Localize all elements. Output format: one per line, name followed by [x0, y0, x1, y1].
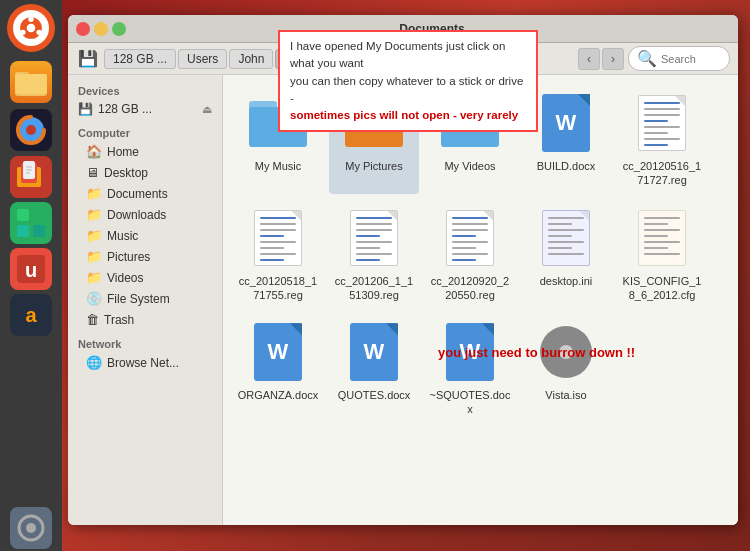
- svg-point-1: [27, 24, 36, 33]
- nav-back-button[interactable]: ‹: [578, 48, 600, 70]
- file-item-reg4[interactable]: cc_20120920_220550.reg: [425, 200, 515, 309]
- sidebar-item-filesystem[interactable]: 💿 File System: [68, 288, 222, 309]
- sidebar-item-trash[interactable]: 🗑 Trash: [68, 309, 222, 330]
- maximize-button[interactable]: [112, 22, 126, 36]
- docx-quotes-icon: W: [342, 320, 406, 384]
- sidebar-filesystem-label: File System: [107, 292, 170, 306]
- sidebar-item-128gb[interactable]: 💾 128 GB ... ⏏: [68, 99, 222, 119]
- svg-rect-18: [17, 225, 29, 237]
- docx-build-icon: W: [534, 91, 598, 155]
- ubuntu-logo: [13, 10, 49, 46]
- sidebar-computer-section: Computer 🏠 Home 🖥 Desktop 📁 Documents 📁 …: [68, 125, 222, 330]
- sidebar-desktop-label: Desktop: [104, 166, 148, 180]
- ini-icon-area: [534, 206, 598, 270]
- word-w-organza: W: [268, 339, 289, 365]
- sidebar-item-desktop[interactable]: 🖥 Desktop: [68, 162, 222, 183]
- annotation-line2: you can then copy whatever to a stick or…: [290, 75, 523, 104]
- reg3-icon: [342, 206, 406, 270]
- documents-icon: 📁: [86, 186, 102, 201]
- cfg-icon-area: [630, 206, 694, 270]
- amazon-icon: a: [13, 297, 49, 333]
- file-label-organza: ORGANZA.docx: [238, 388, 319, 402]
- app3-taskbar-icon[interactable]: [10, 202, 52, 244]
- breadcrumb-128gb[interactable]: 128 GB ...: [104, 49, 176, 69]
- trash-icon: 🗑: [86, 312, 99, 327]
- sidebar-item-pictures[interactable]: 📁 Pictures: [68, 246, 222, 267]
- file-label-mymusic: My Music: [255, 159, 301, 173]
- sidebar-videos-label: Videos: [107, 271, 143, 285]
- file-label-reg4: cc_20120920_220550.reg: [429, 274, 511, 303]
- system-taskbar-icon[interactable]: [10, 507, 52, 549]
- svg-point-25: [26, 523, 36, 533]
- firefox-icon: [13, 112, 49, 148]
- file-label-reg1: cc_20120516_171727.reg: [621, 159, 703, 188]
- svg-text:a: a: [25, 304, 37, 326]
- ubuntu-button[interactable]: [7, 4, 55, 52]
- eject-button[interactable]: ⏏: [202, 103, 212, 116]
- nav-arrows: ‹ ›: [578, 48, 624, 70]
- sidebar-documents-label: Documents: [107, 187, 168, 201]
- sidebar-downloads-label: Downloads: [107, 208, 166, 222]
- file-item-vista-iso[interactable]: Vista.iso: [521, 314, 611, 423]
- annotation-overlay: I have opened My Documents just click on…: [278, 30, 538, 132]
- file-item-reg1[interactable]: cc_20120516_171727.reg: [617, 85, 707, 194]
- sidebar-item-downloads[interactable]: 📁 Downloads: [68, 204, 222, 225]
- sidebar-devices-section: Devices 💾 128 GB ... ⏏: [68, 83, 222, 119]
- videos-icon: 📁: [86, 270, 102, 285]
- window-controls: [76, 22, 126, 36]
- music-icon: 📁: [86, 228, 102, 243]
- file-label-vista-iso: Vista.iso: [545, 388, 586, 402]
- file-label-reg3: cc_201206_1_151309.reg: [333, 274, 415, 303]
- file-item-squotes[interactable]: W ~SQUOTES.docx: [425, 314, 515, 423]
- device-item-left: 💾 128 GB ...: [78, 102, 152, 116]
- home-icon: 🏠: [86, 144, 102, 159]
- file-item-kis-config[interactable]: KIS_CONFIG_18_6_2012.cfg: [617, 200, 707, 309]
- filesystem-icon: 💿: [86, 291, 102, 306]
- amazon-taskbar-icon[interactable]: a: [10, 294, 52, 336]
- file-item-reg2[interactable]: cc_20120518_171755.reg: [233, 200, 323, 309]
- reg1-icon: [630, 91, 694, 155]
- file-item-reg3[interactable]: cc_201206_1_151309.reg: [329, 200, 419, 309]
- nav-forward-button[interactable]: ›: [602, 48, 624, 70]
- svg-rect-19: [33, 225, 45, 237]
- file-item-organza[interactable]: W ORGANZA.docx: [233, 314, 323, 423]
- breadcrumb-users[interactable]: Users: [178, 49, 227, 69]
- sidebar-item-home[interactable]: 🏠 Home: [68, 141, 222, 162]
- sidebar-item-documents[interactable]: 📁 Documents: [68, 183, 222, 204]
- close-button[interactable]: [76, 22, 90, 36]
- firefox-taskbar-icon[interactable]: [10, 109, 52, 151]
- file-manager-taskbar-icon[interactable]: [10, 61, 52, 103]
- software-center-icon[interactable]: u: [10, 248, 52, 290]
- breadcrumb-john[interactable]: John: [229, 49, 273, 69]
- pictures-icon: 📁: [86, 249, 102, 264]
- minimize-button[interactable]: [94, 22, 108, 36]
- sidebar: Devices 💾 128 GB ... ⏏ Computer 🏠 Home 🖥: [68, 75, 223, 525]
- search-input[interactable]: [661, 53, 721, 65]
- docx-icon: W: [542, 94, 590, 152]
- app3-icon: [13, 205, 49, 241]
- drive-icon: 💾: [76, 47, 100, 71]
- sidebar-music-label: Music: [107, 229, 138, 243]
- sidebar-item-videos[interactable]: 📁 Videos: [68, 267, 222, 288]
- sidebar-devices-label: Devices: [68, 83, 222, 99]
- search-box[interactable]: 🔍: [628, 46, 730, 71]
- file-item-quotes[interactable]: W QUOTES.docx: [329, 314, 419, 423]
- app2-taskbar-icon[interactable]: [10, 156, 52, 198]
- system-icon: [13, 510, 49, 546]
- software-icon: u: [13, 251, 49, 287]
- sidebar-item-music[interactable]: 📁 Music: [68, 225, 222, 246]
- device-label: 128 GB ...: [98, 102, 152, 116]
- file-label-build: BUILD.docx: [537, 159, 596, 173]
- reg-icon-shape: [638, 95, 686, 151]
- main-content: Devices 💾 128 GB ... ⏏ Computer 🏠 Home 🖥: [68, 75, 738, 525]
- svg-point-2: [28, 17, 33, 22]
- word-w-label: W: [556, 110, 577, 136]
- svg-rect-17: [33, 209, 45, 221]
- file-item-desktop-ini[interactable]: desktop.ini: [521, 200, 611, 309]
- sidebar-trash-label: Trash: [104, 313, 134, 327]
- sidebar-item-browsenet[interactable]: 🌐 Browse Net...: [68, 352, 222, 373]
- sidebar-computer-label: Computer: [68, 125, 222, 141]
- search-icon: 🔍: [637, 49, 657, 68]
- cfg-icon-shape: [638, 210, 686, 266]
- file-label-squotes: ~SQUOTES.docx: [429, 388, 511, 417]
